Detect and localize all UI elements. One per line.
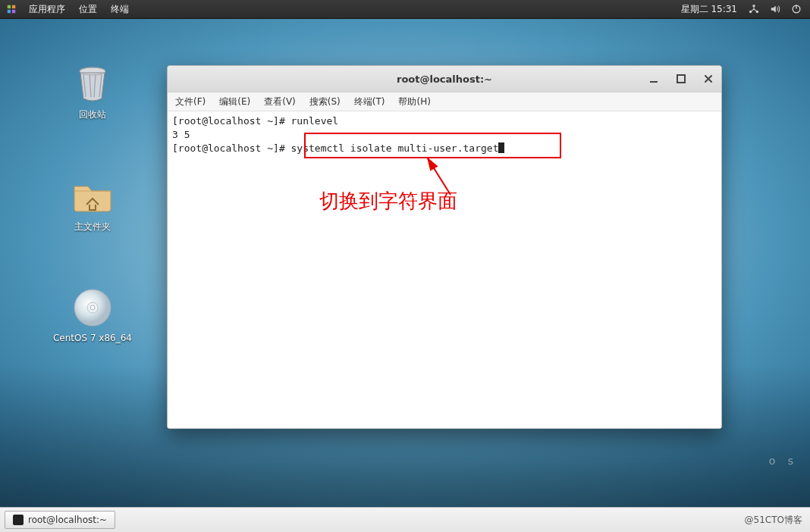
menu-places[interactable]: 位置 bbox=[77, 3, 99, 16]
taskbar-item-label: root@localhost:~ bbox=[28, 515, 107, 525]
menu-search[interactable]: 搜索(S) bbox=[309, 95, 341, 108]
terminal-icon bbox=[13, 515, 24, 525]
svg-rect-8 bbox=[796, 5, 796, 8]
svg-rect-2 bbox=[8, 10, 11, 13]
terminal-prompt: [root@localhost ~]# bbox=[172, 142, 291, 154]
svg-point-13 bbox=[90, 305, 95, 310]
folder-home-icon bbox=[67, 173, 118, 218]
watermark-text: @51CTO博客 bbox=[745, 514, 805, 527]
menu-file[interactable]: 文件(F) bbox=[175, 95, 206, 108]
menu-view[interactable]: 查看(V) bbox=[264, 95, 296, 108]
trash-icon bbox=[67, 61, 118, 106]
wallpaper-brand-text: o s bbox=[769, 455, 798, 467]
disc-icon bbox=[67, 285, 118, 330]
menu-help[interactable]: 帮助(H) bbox=[398, 95, 430, 108]
svg-rect-1 bbox=[12, 5, 15, 8]
clock[interactable]: 星期二 15:31 bbox=[680, 3, 739, 16]
window-minimize-button[interactable] bbox=[645, 70, 662, 87]
terminal-line: [root@localhost ~]# runlevel bbox=[172, 114, 717, 128]
menu-edit[interactable]: 编辑(E) bbox=[219, 95, 250, 108]
menu-terminal[interactable]: 终端(T) bbox=[354, 95, 385, 108]
menu-applications[interactable]: 应用程序 bbox=[27, 3, 67, 16]
window-title: root@localhost:~ bbox=[397, 74, 492, 85]
svg-rect-14 bbox=[650, 81, 658, 83]
window-maximize-button[interactable] bbox=[673, 70, 689, 87]
window-titlebar[interactable]: root@localhost:~ bbox=[168, 66, 721, 92]
taskbar-item-terminal[interactable]: root@localhost:~ bbox=[5, 511, 115, 529]
desktop-icon-label: 主文件夹 bbox=[74, 221, 111, 233]
svg-rect-0 bbox=[8, 5, 11, 8]
window-menubar: 文件(F) 编辑(E) 查看(V) 搜索(S) 终端(T) 帮助(H) bbox=[168, 92, 721, 111]
svg-point-4 bbox=[752, 5, 755, 8]
annotation-text: 切换到字符界面 bbox=[319, 195, 457, 208]
menu-terminal[interactable]: 终端 bbox=[109, 3, 130, 16]
desktop-icon-label: 回收站 bbox=[79, 108, 106, 121]
terminal-body[interactable]: [root@localhost ~]# runlevel 3 5 [root@l… bbox=[168, 111, 721, 428]
svg-line-16 bbox=[428, 158, 451, 195]
desktop-icon-trash[interactable]: 回收站 bbox=[47, 61, 138, 121]
network-icon[interactable] bbox=[748, 3, 760, 15]
desktop-icon-disc[interactable]: CentOS 7 x86_64 bbox=[47, 285, 138, 343]
bottom-taskbar: root@localhost:~ @51CTO博客 bbox=[0, 507, 810, 532]
power-icon[interactable] bbox=[790, 3, 802, 15]
svg-rect-15 bbox=[677, 75, 685, 83]
svg-rect-3 bbox=[12, 10, 15, 13]
volume-icon[interactable] bbox=[769, 3, 781, 15]
terminal-window: root@localhost:~ 文件(F) 编辑(E) 查看(V) 搜索(S)… bbox=[167, 65, 722, 429]
desktop-icon-home[interactable]: 主文件夹 bbox=[47, 173, 138, 233]
window-close-button[interactable] bbox=[700, 70, 717, 87]
desktop-icon-label: CentOS 7 x86_64 bbox=[53, 333, 132, 343]
top-panel: 应用程序 位置 终端 星期二 15:31 bbox=[0, 0, 810, 19]
applications-icon bbox=[6, 4, 17, 14]
